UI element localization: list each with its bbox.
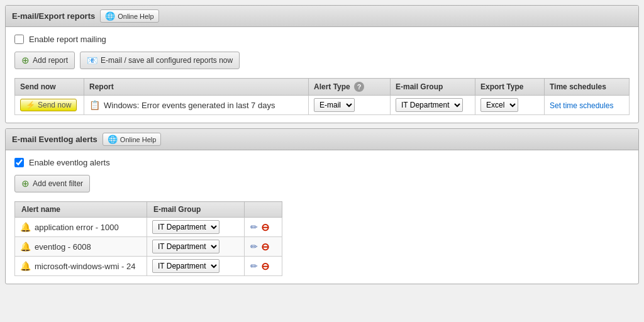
alert-email-group-select[interactable]: IT DepartmentAll [152, 220, 219, 234]
alert-email-group-select[interactable]: IT DepartmentAll [152, 259, 219, 273]
alert-name: application error - 1000 [35, 223, 119, 232]
email-eventlog-body: Enable eventlog alerts ⊕ Add event filte… [6, 150, 638, 284]
report-name: Windows: Error events generated in last … [104, 101, 275, 110]
table-row: ⚡ Send now 📋 Windows: Error events gener… [15, 96, 630, 115]
alert-email-group-select[interactable]: IT DepartmentAll [152, 240, 219, 253]
send-now-button[interactable]: ⚡ Send now [20, 99, 77, 111]
email-export-online-help-button[interactable]: 🌐 Online Help [100, 9, 158, 23]
col-email-group: E-mail Group [391, 79, 475, 96]
add-event-filter-button[interactable]: ⊕ Add event filter [14, 175, 90, 192]
email-eventlog-online-help-button[interactable]: 🌐 Online Help [103, 133, 161, 146]
email-export-section: E-mail/Export reports 🌐 Online Help Enab… [5, 5, 639, 123]
list-item: 🔔 microsoft-windows-wmi - 24 IT Departme… [15, 257, 282, 276]
col-report: Report [84, 79, 309, 96]
add-icon-2: ⊕ [21, 178, 30, 189]
alert-type-select[interactable]: E-mailNone [314, 98, 355, 112]
alert-table: Alert name E-mail Group 🔔 application er… [14, 201, 282, 276]
list-item: 🔔 application error - 1000 IT Department… [15, 218, 282, 237]
list-item: 🔔 eventlog - 6008 IT DepartmentAll ✏ ⊖ [15, 237, 282, 257]
col-alert-name: Alert name [15, 202, 147, 218]
email-eventlog-title: E-mail Eventlog alerts [12, 135, 97, 144]
online-help-label: Online Help [118, 13, 153, 20]
alert-name: microsoft-windows-wmi - 24 [35, 262, 135, 271]
export-type-select[interactable]: ExcelPDFCSV [480, 98, 518, 112]
edit-alert-button[interactable]: ✏ [250, 260, 258, 272]
col-export-type: Export Type [475, 79, 545, 96]
alert-name: eventlog - 6008 [35, 242, 91, 252]
email-export-toolbar: ⊕ Add report 📧 E-mail / save all configu… [14, 52, 630, 69]
enable-alerts-checkbox[interactable] [14, 158, 24, 167]
alert-item-icon: 🔔 [20, 222, 31, 232]
edit-alert-button[interactable]: ✏ [250, 221, 258, 233]
email-export-title: E-mail/Export reports [12, 11, 95, 21]
add-report-button[interactable]: ⊕ Add report [14, 52, 75, 69]
delete-alert-button[interactable]: ⊖ [260, 240, 270, 253]
globe-icon: 🌐 [105, 11, 115, 21]
email-export-body: Enable report mailing ⊕ Add report 📧 E-m… [6, 27, 638, 123]
globe-icon-2: 🌐 [108, 135, 118, 144]
email-icon: 📧 [87, 55, 97, 65]
col-time-schedules: Time schedules [545, 79, 630, 96]
alert-item-icon: 🔔 [20, 261, 31, 271]
alert-item-icon: 🔔 [20, 242, 31, 252]
edit-alert-button[interactable]: ✏ [250, 241, 258, 252]
col-email-group-2: E-mail Group [147, 202, 245, 218]
set-time-schedules-link[interactable]: Set time schedules [550, 101, 613, 110]
delete-alert-button[interactable]: ⊖ [260, 221, 270, 234]
enable-mailing-label: Enable report mailing [29, 35, 106, 44]
delete-alert-button[interactable]: ⊖ [260, 260, 270, 273]
email-group-select[interactable]: IT DepartmentAll [396, 98, 463, 112]
email-save-all-button[interactable]: 📧 E-mail / save all configured reports n… [80, 52, 240, 69]
enable-mailing-row: Enable report mailing [14, 35, 630, 44]
col-alert-type: Alert Type ? [309, 79, 391, 96]
lightning-icon: ⚡ [26, 101, 35, 109]
add-icon: ⊕ [21, 55, 30, 66]
enable-alerts-row: Enable eventlog alerts [14, 158, 630, 167]
alert-type-help-icon[interactable]: ? [354, 82, 364, 92]
email-eventlog-section: E-mail Eventlog alerts 🌐 Online Help Ena… [5, 128, 639, 284]
document-icon: 📋 [89, 100, 100, 110]
col-actions [245, 202, 282, 218]
col-send-now: Send now [15, 79, 84, 96]
enable-alerts-label: Enable eventlog alerts [29, 158, 110, 167]
email-export-header: E-mail/Export reports 🌐 Online Help [6, 6, 638, 27]
email-eventlog-header: E-mail Eventlog alerts 🌐 Online Help [6, 129, 638, 150]
enable-mailing-checkbox[interactable] [14, 35, 24, 44]
reports-table: Send now Report Alert Type ? E-mail Grou… [14, 78, 630, 115]
eventlog-toolbar: ⊕ Add event filter [14, 175, 630, 192]
